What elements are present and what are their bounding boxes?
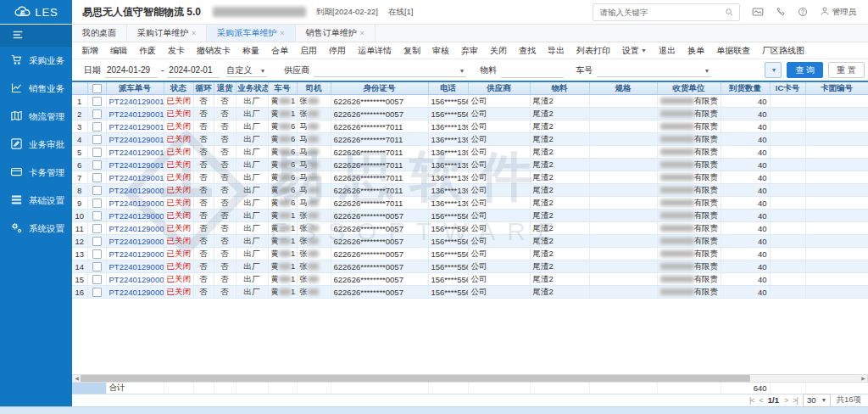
date-mode-select[interactable]: 自定义 ▼ bbox=[226, 63, 267, 77]
date-to-input[interactable] bbox=[167, 62, 220, 78]
row-checkbox[interactable] bbox=[92, 249, 102, 259]
sidebar-item-2[interactable]: 销售业务 bbox=[0, 75, 72, 103]
row-checkbox[interactable] bbox=[92, 148, 102, 157]
toolbar-button-7[interactable]: 合单 bbox=[265, 45, 294, 57]
row-checkbox[interactable] bbox=[92, 97, 102, 106]
row-checkbox[interactable] bbox=[92, 237, 102, 246]
row-checkbox[interactable] bbox=[92, 186, 102, 195]
phone-icon[interactable] bbox=[776, 7, 786, 17]
column-header[interactable]: 供应商 bbox=[468, 82, 530, 95]
toolbar-button-16[interactable]: 导出 bbox=[542, 45, 570, 57]
dispatch-no-link[interactable]: PT22401290002 bbox=[109, 275, 164, 284]
toolbar-button-18[interactable]: 设置▼ bbox=[616, 45, 653, 57]
sidebar-item-6[interactable]: 基础设置 bbox=[0, 187, 72, 215]
toolbar-button-13[interactable]: 弃审 bbox=[455, 45, 484, 57]
row-checkbox[interactable] bbox=[92, 288, 102, 297]
toolbar-button-8[interactable]: 启用 bbox=[294, 45, 323, 57]
toolbar-button-3[interactable]: 作废 bbox=[133, 45, 162, 57]
row-checkbox[interactable] bbox=[92, 199, 102, 208]
toolbar-button-12[interactable]: 审核 bbox=[426, 45, 455, 57]
sidebar-item-7[interactable]: 系统设置 bbox=[0, 215, 72, 243]
tab-3[interactable]: 采购派车单维护× bbox=[207, 25, 295, 42]
row-checkbox[interactable] bbox=[92, 109, 102, 119]
material-input[interactable] bbox=[501, 62, 564, 78]
dispatch-no-link[interactable]: PT22401290014 bbox=[109, 122, 164, 131]
dispatch-no-link[interactable]: PT22401290003 bbox=[109, 262, 164, 271]
column-header[interactable]: 司机 bbox=[297, 82, 331, 95]
row-checkbox[interactable] bbox=[92, 262, 102, 271]
help-icon[interactable] bbox=[798, 7, 808, 17]
more-filters-button[interactable]: ▼ bbox=[765, 62, 782, 78]
tab-1[interactable]: 我的桌面 bbox=[72, 25, 127, 42]
vehicle-select[interactable]: ▼ bbox=[597, 63, 711, 77]
close-icon[interactable]: × bbox=[192, 29, 196, 37]
toolbar-button-5[interactable]: 撤销发卡 bbox=[191, 45, 236, 57]
column-header[interactable]: 电话 bbox=[428, 82, 468, 95]
column-header[interactable]: IC卡号 bbox=[770, 82, 805, 95]
row-checkbox[interactable] bbox=[92, 275, 102, 284]
tab-4[interactable]: 销售订单维护× bbox=[296, 25, 376, 42]
search-icon[interactable] bbox=[725, 8, 734, 17]
global-search-input[interactable] bbox=[598, 7, 725, 18]
column-header[interactable]: 业务状态 bbox=[236, 82, 268, 95]
scrollbar-track[interactable] bbox=[81, 375, 860, 382]
tab-2[interactable]: 采购订单维护× bbox=[127, 25, 207, 42]
scroll-left-icon[interactable]: ◀ bbox=[73, 375, 81, 382]
row-checkbox[interactable] bbox=[92, 122, 102, 131]
column-header[interactable]: 身份证号 bbox=[331, 82, 428, 95]
dispatch-no-link[interactable]: PT22401290013 bbox=[109, 135, 164, 144]
dispatch-no-link[interactable]: PT22401290001 bbox=[109, 288, 164, 297]
reset-button[interactable]: 重 置 bbox=[828, 62, 865, 78]
toolbar-button-14[interactable]: 关闭 bbox=[484, 45, 513, 57]
toolbar-button-11[interactable]: 复制 bbox=[398, 45, 426, 57]
toolbar-button-20[interactable]: 换单 bbox=[682, 45, 710, 57]
dispatch-no-link[interactable]: PT22401290006 bbox=[109, 224, 164, 233]
row-checkbox[interactable] bbox=[92, 135, 102, 144]
dispatch-no-link[interactable]: PT22401290007 bbox=[109, 211, 164, 221]
column-header[interactable]: 退货 bbox=[214, 82, 236, 95]
row-checkbox[interactable] bbox=[92, 211, 102, 221]
column-header[interactable]: 卡面编号 bbox=[805, 82, 868, 95]
toolbar-button-17[interactable]: 列表打印 bbox=[570, 45, 616, 57]
dispatch-no-link[interactable]: PT22401290015 bbox=[109, 109, 164, 119]
column-header[interactable]: 规格 bbox=[589, 82, 657, 95]
column-header[interactable]: 收货单位 bbox=[657, 82, 721, 95]
column-header[interactable]: 循环 bbox=[193, 82, 214, 95]
supplier-select[interactable]: ▼ bbox=[314, 63, 466, 77]
dispatch-no-link[interactable]: PT22401290009 bbox=[109, 186, 164, 195]
dispatch-no-link[interactable]: PT22401290010 bbox=[109, 173, 164, 182]
query-button[interactable]: 查 询 bbox=[787, 62, 823, 78]
dispatch-no-link[interactable]: PT22401290012 bbox=[109, 148, 164, 157]
first-page-button[interactable]: |< bbox=[749, 396, 754, 405]
dispatch-no-link[interactable]: PT22401290011 bbox=[109, 160, 164, 170]
toolbar-button-10[interactable]: 运单详情 bbox=[352, 45, 398, 57]
sidebar-item-5[interactable]: 卡务管理 bbox=[0, 159, 72, 187]
dispatch-no-link[interactable]: PT22401290004 bbox=[109, 249, 164, 259]
dispatch-no-link[interactable]: PT22401290008 bbox=[109, 199, 164, 208]
column-header[interactable]: 状态 bbox=[164, 82, 193, 95]
toolbar-button-9[interactable]: 停用 bbox=[323, 45, 352, 57]
column-header[interactable]: 到货数量 bbox=[721, 82, 770, 95]
row-checkbox[interactable] bbox=[92, 160, 102, 170]
message-icon[interactable] bbox=[752, 7, 764, 17]
dispatch-no-link[interactable]: PT22401290005 bbox=[109, 237, 164, 246]
user-menu[interactable]: 管理员 bbox=[820, 6, 857, 18]
sidebar-item-4[interactable]: 业务审批 bbox=[0, 131, 72, 159]
row-checkbox[interactable] bbox=[92, 173, 102, 182]
column-header[interactable]: 派车单号 bbox=[106, 82, 164, 95]
dispatch-no-link[interactable]: PT22401290016 bbox=[109, 97, 164, 106]
toolbar-button-4[interactable]: 发卡 bbox=[162, 45, 191, 57]
last-page-button[interactable]: >| bbox=[793, 396, 798, 405]
sidebar-collapse-button[interactable] bbox=[0, 25, 72, 47]
row-checkbox[interactable] bbox=[92, 224, 102, 233]
sidebar-item-1[interactable]: 采购业务 bbox=[0, 47, 72, 75]
prev-page-button[interactable]: < bbox=[760, 396, 763, 405]
select-all-checkbox[interactable] bbox=[92, 84, 102, 93]
next-page-button[interactable]: > bbox=[784, 396, 787, 405]
close-icon[interactable]: × bbox=[360, 29, 364, 37]
sidebar-item-3[interactable]: 物流管理 bbox=[0, 103, 72, 131]
date-from-input[interactable] bbox=[105, 62, 158, 78]
scroll-right-icon[interactable]: ▶ bbox=[860, 375, 867, 382]
toolbar-button-15[interactable]: 查找 bbox=[513, 45, 542, 57]
column-header[interactable]: 物料 bbox=[530, 82, 589, 95]
